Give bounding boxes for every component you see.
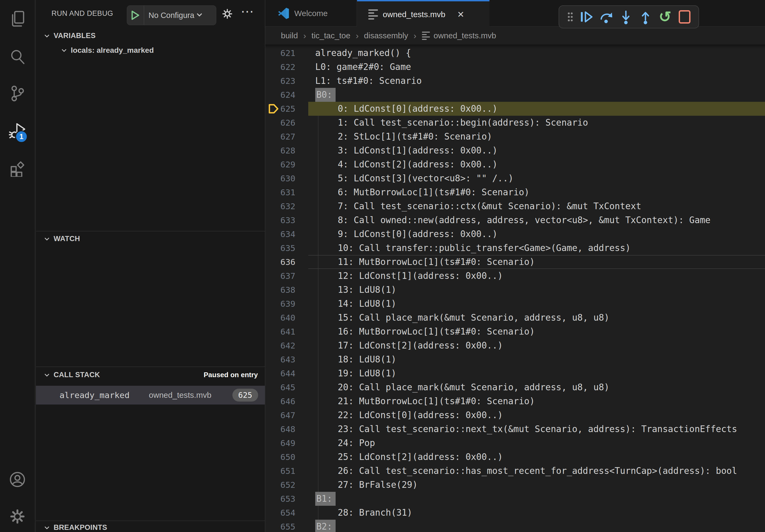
line-number[interactable]: 632 <box>265 199 296 213</box>
debug-config-dropdown[interactable]: No Configura <box>127 5 216 25</box>
source-control-icon[interactable] <box>9 85 26 102</box>
line-number[interactable]: 650 <box>265 450 296 464</box>
line-number[interactable]: 643 <box>265 353 296 367</box>
code-line[interactable]: 6316: MutBorrowLoc[1](ts#1#0: Scenario) <box>265 185 765 199</box>
line-number[interactable]: 655 <box>265 520 296 532</box>
line-number[interactable]: 653 <box>265 492 296 506</box>
code-line[interactable]: 64015: Call place_mark(&mut Scenario, ad… <box>265 311 765 325</box>
line-number[interactable]: 647 <box>265 408 296 422</box>
code-line[interactable]: 63712: LdConst[1](address: 0x00..) <box>265 269 765 283</box>
code-line[interactable]: 64520: Call place_mark(&mut Scenario, ad… <box>265 381 765 394</box>
code-line[interactable]: 622L0: game#2#0: Game <box>265 60 765 74</box>
close-icon[interactable]: ✕ <box>457 9 464 20</box>
line-number[interactable]: 639 <box>265 297 296 311</box>
line-number[interactable]: 648 <box>265 422 296 436</box>
code-line[interactable]: 6294: LdConst[2](address: 0x00..) <box>265 157 765 171</box>
line-number[interactable]: 642 <box>265 339 296 353</box>
code-line[interactable]: 6250: LdConst[0](address: 0x00..) <box>265 102 765 116</box>
line-number[interactable]: 630 <box>265 171 296 185</box>
code-line[interactable]: 65428: Branch(31) <box>265 506 765 520</box>
section-breakpoints[interactable]: BREAKPOINTS <box>43 523 107 532</box>
code-line[interactable]: 63510: Call transfer::public_transfer<Ga… <box>265 241 765 255</box>
call-stack-frame[interactable]: already_marked owned_tests.mvb 625 <box>36 386 265 404</box>
code-line[interactable]: 6349: LdConst[0](address: 0x00..) <box>265 227 765 241</box>
code-line[interactable]: 6327: Call test_scenario::ctx(&mut Scena… <box>265 199 765 213</box>
start-debug-button[interactable] <box>127 6 144 25</box>
step-into-button[interactable] <box>618 9 633 24</box>
code-line[interactable]: 64924: Pop <box>265 436 765 450</box>
debug-settings-gear-icon[interactable] <box>220 5 235 22</box>
section-variables[interactable]: VARIABLES <box>43 32 96 40</box>
breadcrumb-item[interactable]: tic_tac_toe <box>312 31 350 40</box>
line-number[interactable]: 640 <box>265 311 296 325</box>
stop-button[interactable] <box>677 9 692 24</box>
code-editor[interactable]: 621already_marked() {622L0: game#2#0: Ga… <box>265 45 765 532</box>
step-over-button[interactable] <box>599 9 614 24</box>
line-number[interactable]: 636 <box>265 255 296 269</box>
breadcrumb-item[interactable]: disassembly <box>364 31 408 40</box>
code-line[interactable]: 653B1: <box>265 492 765 506</box>
extensions-icon[interactable] <box>9 160 26 177</box>
line-number[interactable]: 638 <box>265 283 296 297</box>
line-number[interactable]: 629 <box>265 157 296 171</box>
code-line[interactable]: 63914: LdU8(1) <box>265 297 765 311</box>
variables-scope-locals[interactable]: locals: already_marked <box>61 46 154 55</box>
line-number[interactable]: 649 <box>265 436 296 450</box>
code-line[interactable]: 6261: Call test_scenario::begin(address)… <box>265 116 765 130</box>
code-line[interactable]: 6305: LdConst[3](vector<u8>: "" /..) <box>265 171 765 185</box>
code-line[interactable]: 65126: Call test_scenario::has_most_rece… <box>265 464 765 478</box>
code-line[interactable]: 65227: BrFalse(29) <box>265 478 765 492</box>
toolbar-drag-handle[interactable] <box>565 9 575 24</box>
restart-button[interactable]: ↺ <box>657 9 672 24</box>
tab-owned-tests[interactable]: owned_tests.mvb ✕ <box>357 0 489 27</box>
section-watch[interactable]: WATCH <box>43 235 80 243</box>
code-line[interactable]: 6338: Call owned::new(address, address, … <box>265 213 765 227</box>
line-number[interactable]: 641 <box>265 325 296 339</box>
line-number[interactable]: 633 <box>265 213 296 227</box>
code-line[interactable]: 63611: MutBorrowLoc[1](ts#1#0: Scenario) <box>265 255 765 269</box>
line-number[interactable]: 622 <box>265 60 296 74</box>
line-number[interactable]: 631 <box>265 185 296 199</box>
accounts-icon[interactable] <box>9 471 26 488</box>
code-line[interactable]: 623L1: ts#1#0: Scenario <box>265 74 765 88</box>
line-number[interactable]: 651 <box>265 464 296 478</box>
line-number[interactable]: 635 <box>265 241 296 255</box>
line-number[interactable]: 624 <box>265 88 296 102</box>
line-number[interactable]: 645 <box>265 381 296 394</box>
code-line[interactable]: 6283: LdConst[1](address: 0x00..) <box>265 143 765 157</box>
line-number[interactable]: 654 <box>265 506 296 520</box>
code-line[interactable]: 63813: LdU8(1) <box>265 283 765 297</box>
breadcrumb-item[interactable]: owned_tests.mvb <box>422 31 496 40</box>
line-number[interactable]: 646 <box>265 394 296 408</box>
code-line[interactable]: 64823: Call test_scenario::next_tx(&mut … <box>265 422 765 436</box>
code-line[interactable]: 64116: MutBorrowLoc[1](ts#1#0: Scenario) <box>265 325 765 339</box>
line-number[interactable]: 634 <box>265 227 296 241</box>
continue-button[interactable] <box>579 9 594 24</box>
code-line[interactable]: 655B2: <box>265 520 765 532</box>
code-line[interactable]: 624B0: <box>265 88 765 102</box>
line-number[interactable]: 623 <box>265 74 296 88</box>
line-number[interactable]: 627 <box>265 130 296 143</box>
line-number[interactable]: 637 <box>265 269 296 283</box>
line-number[interactable]: 652 <box>265 478 296 492</box>
breadcrumb-separator: › <box>303 31 306 41</box>
line-number[interactable]: 626 <box>265 116 296 130</box>
settings-gear-icon[interactable] <box>9 508 26 525</box>
block-label: B1: <box>315 492 336 506</box>
more-actions-icon[interactable]: ⋯ <box>241 4 255 19</box>
search-icon[interactable] <box>9 48 26 65</box>
code-line[interactable]: 6272: StLoc[1](ts#1#0: Scenario) <box>265 130 765 143</box>
code-line[interactable]: 64419: LdU8(1) <box>265 367 765 381</box>
code-line[interactable]: 64318: LdU8(1) <box>265 353 765 367</box>
section-call-stack[interactable]: CALL STACK <box>43 371 100 379</box>
code-line[interactable]: 64722: LdConst[0](address: 0x00..) <box>265 408 765 422</box>
tab-welcome[interactable]: Welcome <box>265 0 357 27</box>
line-number[interactable]: 628 <box>265 143 296 157</box>
code-line[interactable]: 64217: LdConst[2](address: 0x00..) <box>265 339 765 353</box>
code-line[interactable]: 65025: LdConst[2](address: 0x00..) <box>265 450 765 464</box>
code-line[interactable]: 64621: MutBorrowLoc[1](ts#1#0: Scenario) <box>265 394 765 408</box>
step-out-button[interactable] <box>638 9 653 24</box>
explorer-icon[interactable] <box>9 10 26 27</box>
line-number[interactable]: 644 <box>265 367 296 381</box>
breadcrumb-item[interactable]: build <box>281 31 298 40</box>
